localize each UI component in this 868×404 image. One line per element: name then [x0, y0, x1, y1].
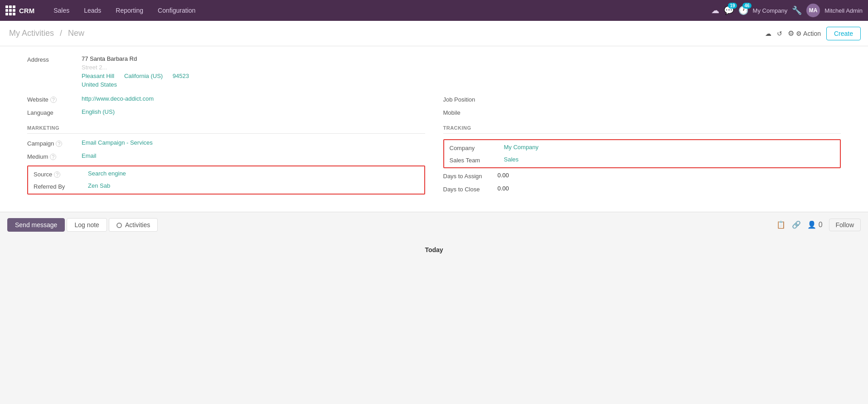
- mobile-row: Mobile: [443, 108, 841, 116]
- nav-sales[interactable]: Sales: [47, 0, 76, 21]
- website-help-icon[interactable]: ?: [50, 97, 57, 103]
- tracking-divider: TRACKING: [443, 125, 841, 134]
- refresh-button[interactable]: ↺: [777, 30, 782, 37]
- support-icon: ☁: [711, 6, 719, 15]
- followers-btn[interactable]: 👤 0: [807, 220, 822, 229]
- website-label: Website ?: [27, 95, 82, 103]
- grid-icon: [5, 5, 15, 15]
- campaign-help-icon[interactable]: ?: [56, 141, 62, 147]
- marketing-title: MARKETING: [27, 125, 425, 134]
- person-icon: 👤: [807, 221, 816, 229]
- breadcrumb-bar: My Activities / New ☁ ↺ ⚙ ⚙ Action Creat…: [0, 21, 868, 46]
- action-button[interactable]: ⚙ ⚙ Action: [788, 29, 821, 38]
- link-icon-btn[interactable]: 🔗: [792, 220, 801, 229]
- link-icon: 🔗: [792, 221, 801, 229]
- support-icon-badge[interactable]: ☁: [711, 5, 719, 15]
- medium-help-icon[interactable]: ?: [50, 154, 56, 160]
- breadcrumb-base[interactable]: My Activities: [9, 29, 54, 38]
- app-name: CRM: [19, 7, 34, 15]
- days-close-value[interactable]: 0.00: [498, 185, 509, 192]
- source-value[interactable]: Search engine: [88, 170, 126, 177]
- company-row: Company My Company: [450, 144, 835, 151]
- website-row: Website ? http://www.deco-addict.com: [27, 95, 425, 103]
- language-label: Language: [27, 108, 82, 116]
- clock-badge[interactable]: 🕐 46: [738, 5, 748, 15]
- today-label: Today: [425, 246, 443, 253]
- marketing-divider: MARKETING: [27, 125, 425, 134]
- address-city-state-zip: Pleasant Hill California (US) 94523: [82, 73, 189, 79]
- app-logo[interactable]: CRM: [5, 5, 42, 15]
- refresh-icon: ↺: [777, 30, 782, 37]
- follow-button[interactable]: Follow: [829, 219, 861, 231]
- days-close-row: Days to Close 0.00: [443, 185, 841, 193]
- sales-team-value[interactable]: Sales: [504, 156, 519, 163]
- nav-reporting[interactable]: Reporting: [109, 0, 150, 21]
- user-name: Mitchell Admin: [824, 7, 863, 14]
- messages-badge[interactable]: 💬 19: [724, 5, 734, 15]
- followers-count: 0: [819, 221, 823, 229]
- today-footer: Today: [0, 237, 868, 263]
- website-value[interactable]: http://www.deco-addict.com: [82, 95, 154, 102]
- source-help-icon[interactable]: ?: [54, 171, 60, 178]
- form-col-right: Job Position Mobile TRACKING: [443, 95, 841, 198]
- days-close-label: Days to Close: [443, 185, 498, 193]
- days-assign-label: Days to Assign: [443, 172, 498, 180]
- address-street2[interactable]: Street 2...: [82, 64, 189, 71]
- breadcrumb-current: New: [68, 29, 84, 38]
- breadcrumb-actions: ☁ ↺ ⚙ ⚙ Action Create: [765, 27, 861, 40]
- company-label: Company: [450, 144, 504, 151]
- address-country[interactable]: United States: [82, 81, 189, 88]
- tab-log-note[interactable]: Log note: [67, 218, 107, 232]
- sales-team-row: Sales Team Sales: [450, 156, 835, 164]
- medium-label: Medium ?: [27, 152, 82, 160]
- address-label: Address: [27, 55, 82, 63]
- job-position-row: Job Position: [443, 95, 841, 103]
- job-position-label: Job Position: [443, 95, 498, 103]
- form-wrapper: Address 77 Santa Barbara Rd Street 2... …: [0, 46, 868, 263]
- campaign-row: Campaign ? Email Campaign - Services: [27, 139, 425, 147]
- top-navigation: CRM Sales Leads Reporting Configuration …: [0, 0, 868, 21]
- attachment-icon-btn[interactable]: 📋: [776, 220, 786, 229]
- campaign-value[interactable]: Email Campaign - Services: [82, 139, 153, 146]
- form-section-main: Website ? http://www.deco-addict.com Lan…: [27, 95, 841, 198]
- source-referredby-highlight: Source ? Search engine Referred By Zen S…: [27, 165, 425, 195]
- days-assign-row: Days to Assign 0.00: [443, 172, 841, 180]
- activities-circle-icon: [116, 223, 122, 228]
- language-row: Language English (US): [27, 108, 425, 116]
- create-button[interactable]: Create: [826, 27, 861, 40]
- tracking-title: TRACKING: [443, 125, 841, 134]
- referred-by-label: Referred By: [34, 182, 88, 190]
- address-city[interactable]: Pleasant Hill: [82, 73, 114, 79]
- days-assign-value[interactable]: 0.00: [498, 172, 509, 179]
- avatar[interactable]: MA: [806, 4, 820, 17]
- cloud-icon: ☁: [765, 30, 771, 37]
- referred-by-value[interactable]: Zen Sab: [88, 182, 110, 189]
- campaign-label: Campaign ?: [27, 139, 82, 147]
- messages-count: 19: [728, 3, 737, 9]
- form-col-left: Website ? http://www.deco-addict.com Lan…: [27, 95, 425, 198]
- clock-count: 46: [742, 3, 751, 9]
- address-zip[interactable]: 94523: [173, 73, 189, 79]
- nav-configuration[interactable]: Configuration: [151, 0, 202, 21]
- language-value[interactable]: English (US): [82, 108, 115, 115]
- attachment-icon: 📋: [776, 221, 786, 229]
- source-label: Source ?: [34, 170, 88, 178]
- mobile-label: Mobile: [443, 108, 498, 116]
- nav-leads[interactable]: Leads: [78, 0, 107, 21]
- address-value: 77 Santa Barbara Rd Street 2... Pleasant…: [82, 55, 189, 90]
- medium-value[interactable]: Email: [82, 152, 97, 159]
- address-state[interactable]: California (US): [124, 73, 163, 79]
- tab-right-icons: 📋 🔗 👤 0 Follow: [776, 219, 861, 231]
- medium-row: Medium ? Email: [27, 152, 425, 160]
- settings-icon[interactable]: 🔧: [792, 5, 802, 15]
- referred-by-row: Referred By Zen Sab: [34, 182, 419, 190]
- cloud-button[interactable]: ☁: [765, 30, 771, 37]
- breadcrumb: My Activities / New: [7, 29, 765, 38]
- address-line1[interactable]: 77 Santa Barbara Rd: [82, 55, 189, 62]
- tab-activities[interactable]: Activities: [109, 218, 158, 232]
- company-salesteam-highlight: Company My Company Sales Team Sales: [443, 139, 841, 168]
- company-value[interactable]: My Company: [504, 144, 539, 151]
- source-row: Source ? Search engine: [34, 170, 419, 178]
- gear-icon: ⚙: [788, 29, 794, 38]
- tab-send-message[interactable]: Send message: [7, 218, 65, 232]
